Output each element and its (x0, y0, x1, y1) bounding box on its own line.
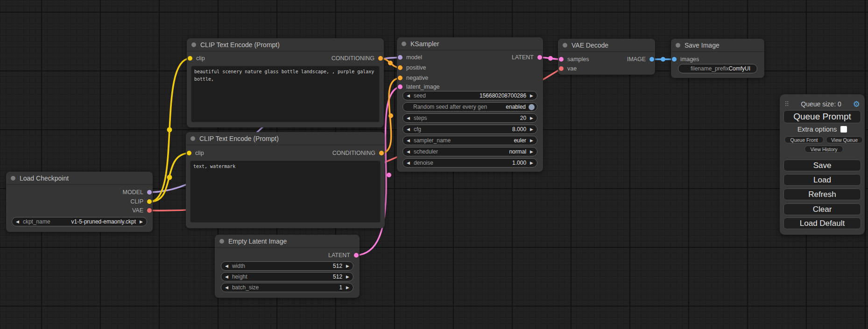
node-ksampler[interactable]: KSampler model positive negative latent_… (397, 37, 543, 172)
slot-output-image[interactable]: IMAGE (627, 55, 654, 63)
drag-handle-icon[interactable]: ⠿ (784, 101, 789, 107)
node-graph-canvas[interactable]: Load Checkpoint MODEL CLIP VAE ◀ ckpt_na… (0, 0, 868, 329)
node-save-image-titlebar[interactable]: Save Image (671, 39, 764, 52)
save-button[interactable]: Save (783, 160, 861, 171)
clip-slot-dot[interactable] (147, 199, 152, 204)
slot-output-clip[interactable]: CLIP (130, 197, 152, 206)
clip-slot-dot[interactable] (188, 56, 192, 61)
slot-output-model[interactable]: MODEL (123, 188, 152, 196)
collapse-dot-icon[interactable] (191, 42, 196, 47)
slot-input-vae[interactable]: vae (559, 64, 577, 73)
decrement-arrow-icon[interactable]: ◀ (407, 161, 410, 165)
view-history-button[interactable]: View History (804, 146, 843, 153)
increment-arrow-icon[interactable]: ▶ (346, 275, 349, 279)
increment-arrow-icon[interactable]: ▶ (530, 127, 533, 132)
queue-front-button[interactable]: Queue Front (784, 136, 824, 143)
node-empty-latent-image[interactable]: Empty Latent Image LATENT ◀ width 512 ▶ … (215, 235, 360, 298)
decrement-arrow-icon[interactable]: ◀ (225, 275, 228, 279)
collapse-dot-icon[interactable] (191, 136, 195, 141)
widget-filename-prefix[interactable]: filename_prefix ComfyUI (678, 64, 757, 73)
conditioning-slot-dot[interactable] (378, 56, 383, 61)
node-clip-text-encode-negative[interactable]: CLIP Text Encode (Prompt) clip CONDITION… (186, 132, 385, 228)
extra-options-checkbox[interactable] (840, 126, 847, 133)
decrement-arrow-icon[interactable]: ◀ (407, 94, 410, 98)
widget-width[interactable]: ◀ width 512 ▶ (221, 261, 353, 271)
model-slot-dot[interactable] (147, 190, 152, 195)
view-queue-button[interactable]: View Queue (826, 136, 863, 143)
collapse-dot-icon[interactable] (676, 43, 680, 48)
decrement-arrow-icon[interactable]: ◀ (407, 139, 410, 143)
slot-output-conditioning[interactable]: CONDITIONING (332, 149, 384, 157)
decrement-arrow-icon[interactable]: ◀ (407, 116, 410, 120)
slot-input-latent-image[interactable]: latent_image (398, 83, 440, 91)
slot-input-model[interactable]: model (398, 53, 422, 62)
widget-ckpt-name[interactable]: ◀ ckpt_name v1-5-pruned-emaonly.ckpt ▶ (12, 217, 147, 226)
conditioning-slot-dot[interactable] (398, 65, 402, 70)
load-button[interactable]: Load (783, 174, 861, 186)
latent-slot-dot[interactable] (398, 84, 402, 89)
widget-steps[interactable]: ◀ steps 20 ▶ (402, 113, 537, 123)
conditioning-slot-dot[interactable] (379, 151, 384, 155)
latent-slot-dot[interactable] (559, 57, 564, 62)
clear-button[interactable]: Clear (783, 203, 861, 215)
collapse-dot-icon[interactable] (11, 176, 15, 181)
queue-prompt-button[interactable]: Queue Prompt (783, 110, 861, 123)
image-slot-dot[interactable] (672, 57, 677, 62)
collapse-dot-icon[interactable] (563, 43, 567, 48)
conditioning-slot-dot[interactable] (398, 76, 402, 80)
increment-arrow-icon[interactable]: ▶ (346, 264, 349, 268)
vae-slot-dot[interactable] (147, 208, 152, 213)
widget-cfg[interactable]: ◀ cfg 8.000 ▶ (402, 125, 537, 134)
increment-arrow-icon[interactable]: ▶ (346, 286, 349, 290)
node-load-checkpoint[interactable]: Load Checkpoint MODEL CLIP VAE ◀ ckpt_na… (6, 172, 153, 232)
increment-arrow-icon[interactable]: ▶ (530, 150, 533, 154)
collapse-dot-icon[interactable] (219, 239, 224, 244)
gear-icon[interactable]: ⚙ (853, 100, 860, 108)
widget-batch-size[interactable]: ◀ batch_size 1 ▶ (221, 283, 353, 292)
widget-height[interactable]: ◀ height 512 ▶ (221, 272, 353, 281)
decrement-arrow-icon[interactable]: ◀ (407, 127, 410, 132)
decrement-arrow-icon[interactable]: ◀ (407, 150, 410, 154)
positive-prompt-textarea[interactable]: beautiful scenery nature glass bottle la… (191, 66, 380, 122)
node-ksampler-titlebar[interactable]: KSampler (397, 37, 543, 50)
widget-denoise[interactable]: ◀ denoise 1.000 ▶ (402, 158, 537, 168)
clip-slot-dot[interactable] (187, 151, 191, 155)
node-vae-decode-titlebar[interactable]: VAE Decode (558, 39, 655, 52)
slot-input-samples[interactable]: samples (559, 55, 589, 63)
widget-random-seed-toggle[interactable]: Random seed after every gen enabled (402, 102, 537, 112)
increment-arrow-icon[interactable]: ▶ (140, 220, 143, 224)
node-load-checkpoint-titlebar[interactable]: Load Checkpoint (6, 172, 153, 185)
node-vae-decode[interactable]: VAE Decode samples vae IMAGE (558, 39, 655, 75)
decrement-arrow-icon[interactable]: ◀ (16, 220, 19, 224)
slot-output-conditioning[interactable]: CONDITIONING (332, 54, 383, 63)
model-slot-dot[interactable] (398, 55, 402, 60)
refresh-button[interactable]: Refresh (783, 189, 861, 200)
slot-input-negative[interactable]: negative (398, 74, 428, 82)
slot-output-vae[interactable]: VAE (132, 206, 152, 215)
increment-arrow-icon[interactable]: ▶ (530, 161, 533, 165)
vae-slot-dot[interactable] (559, 66, 564, 71)
widget-seed[interactable]: ◀ seed 156680208700286 ▶ (402, 91, 537, 100)
node-clip-text-encode-positive[interactable]: CLIP Text Encode (Prompt) clip CONDITION… (187, 38, 384, 127)
slot-output-latent[interactable]: LATENT (512, 53, 542, 62)
increment-arrow-icon[interactable]: ▶ (530, 139, 533, 143)
widget-scheduler[interactable]: ◀ scheduler normal ▶ (402, 147, 537, 156)
toggle-knob-icon[interactable] (529, 104, 535, 110)
latent-slot-dot[interactable] (354, 253, 359, 258)
node-clip-positive-titlebar[interactable]: CLIP Text Encode (Prompt) (187, 38, 384, 51)
latent-slot-dot[interactable] (537, 55, 542, 60)
decrement-arrow-icon[interactable]: ◀ (225, 286, 228, 290)
slot-input-clip[interactable]: clip (187, 149, 204, 157)
widget-sampler-name[interactable]: ◀ sampler_name euler ▶ (402, 136, 537, 145)
node-clip-negative-titlebar[interactable]: CLIP Text Encode (Prompt) (186, 132, 385, 145)
slot-input-clip[interactable]: clip (188, 54, 205, 63)
decrement-arrow-icon[interactable]: ◀ (225, 264, 228, 268)
slot-input-positive[interactable]: positive (398, 63, 426, 72)
collapse-dot-icon[interactable] (402, 42, 406, 46)
negative-prompt-textarea[interactable]: text, watermark (190, 161, 381, 223)
increment-arrow-icon[interactable]: ▶ (530, 94, 533, 98)
load-default-button[interactable]: Load Default (783, 217, 861, 229)
image-slot-dot[interactable] (649, 57, 654, 62)
slot-output-latent[interactable]: LATENT (328, 251, 359, 259)
node-empty-latent-titlebar[interactable]: Empty Latent Image (215, 235, 360, 248)
